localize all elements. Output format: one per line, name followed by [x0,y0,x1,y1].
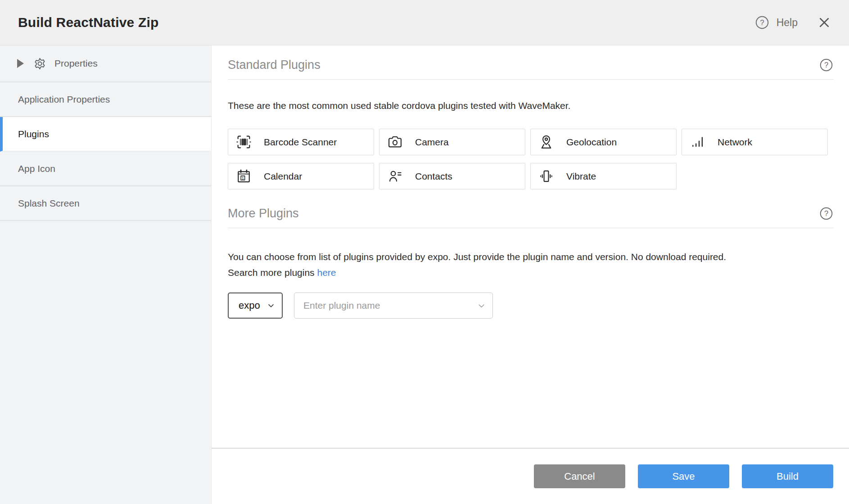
plugin-name-combobox[interactable] [294,292,493,319]
search-more-link[interactable]: here [317,267,336,278]
network-icon [690,134,705,150]
plugin-tile-geolocation[interactable]: Geolocation [530,129,677,155]
provider-select-value: expo [239,300,260,311]
plugin-tile-vibrate[interactable]: Vibrate [530,163,677,189]
plugin-tile-label: Camera [415,137,449,148]
plugin-tile-camera[interactable]: Camera [379,129,525,155]
dialog-footer: Cancel Save Build [212,448,849,504]
svg-text:1: 1 [242,176,244,180]
plugin-tile-label: Barcode Scanner [264,137,337,148]
camera-icon [387,134,403,150]
chevron-down-icon[interactable] [477,301,486,310]
sidebar-item-plugins[interactable]: Plugins [0,117,211,152]
close-icon[interactable] [817,15,832,30]
standard-plugins-help-icon[interactable]: ? [819,58,834,72]
sidebar-item-label: Plugins [18,129,49,140]
plugin-tile-label: Vibrate [566,171,596,182]
sidebar-item-label: Properties [54,58,98,69]
plugin-tile-network[interactable]: Network [682,129,828,155]
build-button[interactable]: Build [742,464,833,488]
standard-plugins-divider [228,79,834,80]
help-circle-icon: ? [754,15,770,30]
sidebar-item-properties[interactable]: Properties [0,45,211,82]
svg-text:?: ? [824,61,828,69]
standard-plugins-title: Standard Plugins [228,58,321,72]
cancel-button[interactable]: Cancel [534,464,625,488]
help-button[interactable]: ? Help [754,15,798,30]
svg-text:?: ? [824,209,828,217]
plugin-tile-barcode-scanner[interactable]: Barcode Scanner [228,129,374,155]
plugin-tile-label: Geolocation [566,137,617,148]
sidebar-item-label: Application Properties [18,94,110,105]
chevron-down-icon [266,301,275,310]
content-panel: Standard Plugins ? These are the most co… [212,45,849,504]
plugin-tile-label: Contacts [415,171,452,182]
plugin-tile-calendar[interactable]: 1 Calendar [228,163,374,189]
svg-text:?: ? [760,18,764,27]
plugin-name-input[interactable] [297,300,477,311]
more-plugins-description: You can choose from list of plugins prov… [228,249,834,265]
plugin-tile-label: Calendar [264,171,302,182]
help-label: Help [777,17,798,29]
search-more-text: Search more plugins [228,267,315,278]
more-plugins-divider [228,228,834,228]
geolocation-icon [538,134,554,150]
plugin-tile-label: Network [718,137,752,148]
sidebar-item-label: Splash Screen [18,198,80,209]
more-plugins-help-icon[interactable]: ? [819,206,834,221]
dialog-title: Build ReactNative Zip [18,15,159,30]
sidebar-item-label: App Icon [18,163,55,174]
calendar-icon: 1 [236,168,252,184]
contacts-icon [387,168,403,184]
sidebar: Properties Application Properties Plugin… [0,45,212,504]
standard-plugins-grid: Barcode Scanner Camera [228,129,834,189]
sidebar-item-app-icon[interactable]: App Icon [0,152,211,186]
plugin-tile-contacts[interactable]: Contacts [379,163,525,189]
sidebar-item-application-properties[interactable]: Application Properties [0,82,211,117]
sidebar-item-splash-screen[interactable]: Splash Screen [0,186,211,221]
provider-select[interactable]: expo [228,292,283,319]
more-plugins-title: More Plugins [228,207,299,220]
dialog-header: Build ReactNative Zip ? Help [0,0,849,45]
barcode-scanner-icon [236,134,252,150]
gear-icon [33,57,47,71]
standard-plugins-description: These are the most common used stable co… [228,100,834,111]
vibrate-icon [538,168,554,184]
save-button[interactable]: Save [638,464,729,488]
caret-right-icon[interactable] [17,59,24,68]
